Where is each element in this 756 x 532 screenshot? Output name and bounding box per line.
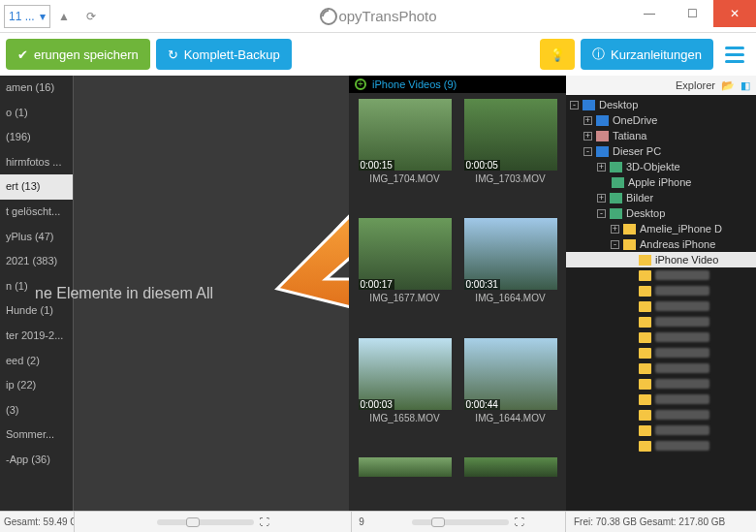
tree-label-hidden <box>655 425 709 435</box>
tree-node[interactable]: +3D-Objekte <box>566 159 756 174</box>
album-item[interactable]: hirmfotos ... <box>0 150 73 175</box>
album-item[interactable]: (3) <box>0 398 73 423</box>
status-left: Gesamt: 59.49 GB <box>0 516 74 527</box>
folder-icon <box>610 208 622 219</box>
thumbnail-grid[interactable]: 0:00:15IMG_1704.MOV0:00:05IMG_1703.MOV0:… <box>349 93 566 511</box>
folder-icon <box>639 441 651 452</box>
album-item[interactable]: o (1) <box>0 101 73 126</box>
tree-label-hidden <box>655 410 709 420</box>
open-folder-icon[interactable]: 📂 <box>721 79 735 92</box>
zoom-slider-left[interactable]: ⛶ <box>75 516 351 527</box>
add-album-icon[interactable]: + <box>355 78 366 90</box>
tree-label: Desktop <box>626 207 665 219</box>
folder-tree[interactable]: -Desktop+OneDrive+Tatiana-Dieser PC+3D-O… <box>566 95 756 511</box>
tree-toggle-icon[interactable]: + <box>611 225 619 234</box>
zoom-slider-right[interactable]: ⛶ <box>371 516 565 527</box>
tree-label-hidden <box>655 441 709 451</box>
tree-node[interactable] <box>566 283 756 298</box>
album-item[interactable]: ter 2019-2... <box>0 324 73 349</box>
video-thumbnail[interactable]: 0:00:17IMG_1677.MOV <box>355 218 455 331</box>
tree-label: Desktop <box>599 99 638 110</box>
layout-toggle-icon[interactable]: ◧ <box>740 79 750 92</box>
video-thumbnail[interactable]: 0:00:31IMG_1664.MOV <box>460 218 560 331</box>
album-item[interactable]: -App (36) <box>0 448 73 473</box>
tree-node[interactable] <box>566 345 756 360</box>
tree-node[interactable]: -Andreas iPhone <box>566 236 756 252</box>
video-thumbnail[interactable]: 0:00:15IMG_1704.MOV <box>355 99 455 212</box>
tree-node[interactable]: +Bilder <box>566 190 756 205</box>
bulb-icon: 💡 <box>550 47 565 62</box>
tree-toggle-icon[interactable]: + <box>597 194 606 203</box>
thumb-header-label[interactable]: iPhone Videos (9) <box>372 78 457 90</box>
video-duration: 0:00:31 <box>464 279 500 290</box>
album-item[interactable]: Sommer... <box>0 422 73 448</box>
album-item[interactable]: (196) <box>0 125 73 150</box>
tree-node[interactable] <box>566 391 756 407</box>
tree-toggle-icon[interactable]: - <box>597 209 606 218</box>
tree-label: OneDrive <box>613 114 657 126</box>
album-item[interactable]: yPlus (47) <box>0 225 73 250</box>
video-duration: 0:00:44 <box>464 399 500 410</box>
expand-icon[interactable]: ⛶ <box>260 516 269 527</box>
album-item[interactable]: ert (13) <box>0 174 73 200</box>
tree-node[interactable]: -Desktop <box>566 97 756 112</box>
minimize-button[interactable]: — <box>628 0 671 27</box>
tree-node[interactable] <box>566 360 756 376</box>
tree-toggle-icon[interactable]: + <box>597 163 606 172</box>
tree-node[interactable]: -Desktop <box>566 205 756 221</box>
tree-node[interactable] <box>566 438 756 454</box>
tree-toggle-icon[interactable]: - <box>570 101 579 110</box>
close-button[interactable]: ✕ <box>713 0 756 27</box>
tree-node[interactable] <box>566 267 756 283</box>
tree-label: Apple iPhone <box>628 176 691 188</box>
folder-icon <box>596 115 609 126</box>
tree-label: Dieser PC <box>613 145 661 157</box>
album-item[interactable]: t gelöscht... <box>0 200 73 225</box>
album-item[interactable]: Hunde (1) <box>0 298 73 324</box>
tree-node[interactable]: Apple iPhone <box>566 174 756 190</box>
tree-node[interactable] <box>566 407 756 422</box>
video-filename: IMG_1703.MOV <box>475 173 545 184</box>
folder-icon <box>583 100 595 110</box>
tree-node[interactable] <box>566 422 756 438</box>
refresh-icon[interactable]: ⟳ <box>78 3 105 30</box>
explorer-header: Explorer 📂 ◧ <box>566 76 756 95</box>
tips-button[interactable]: 💡 <box>540 39 575 70</box>
folder-icon <box>639 286 651 297</box>
item-count: 9 <box>352 516 371 527</box>
album-item[interactable]: amen (16) <box>0 76 73 101</box>
tree-node[interactable]: iPhone Video <box>566 252 756 267</box>
tree-node[interactable] <box>566 329 756 345</box>
guides-button[interactable]: ⓘ Kurzanleitungen <box>581 39 713 70</box>
tree-node[interactable]: +Amelie_iPhone D <box>566 221 756 236</box>
album-item[interactable]: eed (2) <box>0 349 73 374</box>
save-button[interactable]: ✔ erungen speichern <box>6 39 150 70</box>
folder-icon <box>639 410 651 421</box>
source-combo[interactable]: 11 ... ▾ <box>4 5 50 28</box>
video-thumbnail[interactable]: 0:00:03IMG_1658.MOV <box>355 338 455 452</box>
folder-icon <box>639 301 651 312</box>
album-item[interactable]: 2021 (383) <box>0 249 73 274</box>
tree-toggle-icon[interactable]: + <box>583 132 592 141</box>
tree-node[interactable]: +Tatiana <box>566 128 756 143</box>
album-item[interactable]: ip (22) <box>0 373 73 398</box>
tree-node[interactable]: -Dieser PC <box>566 143 756 159</box>
video-thumbnail[interactable]: 0:00:44IMG_1644.MOV <box>460 338 560 452</box>
eject-icon[interactable]: ▲ <box>50 3 78 30</box>
chevron-down-icon: ▾ <box>40 10 46 23</box>
expand-icon[interactable]: ⛶ <box>515 516 524 527</box>
maximize-button[interactable]: ☐ <box>671 0 713 27</box>
tree-toggle-icon[interactable]: - <box>583 147 592 156</box>
drop-area[interactable]: ne Elemente in diesem All <box>74 76 349 511</box>
tree-node[interactable] <box>566 314 756 329</box>
video-filename: IMG_1677.MOV <box>369 293 439 303</box>
menu-button[interactable] <box>719 39 750 70</box>
tree-node[interactable] <box>566 376 756 391</box>
tree-node[interactable]: +OneDrive <box>566 112 756 128</box>
video-duration: 0:00:03 <box>359 399 394 410</box>
tree-toggle-icon[interactable]: - <box>611 240 619 249</box>
backup-button[interactable]: ↻ Komplett-Backup <box>156 39 292 70</box>
video-thumbnail[interactable]: 0:00:05IMG_1703.MOV <box>460 99 560 212</box>
tree-node[interactable] <box>566 298 756 314</box>
tree-toggle-icon[interactable]: + <box>583 116 592 125</box>
